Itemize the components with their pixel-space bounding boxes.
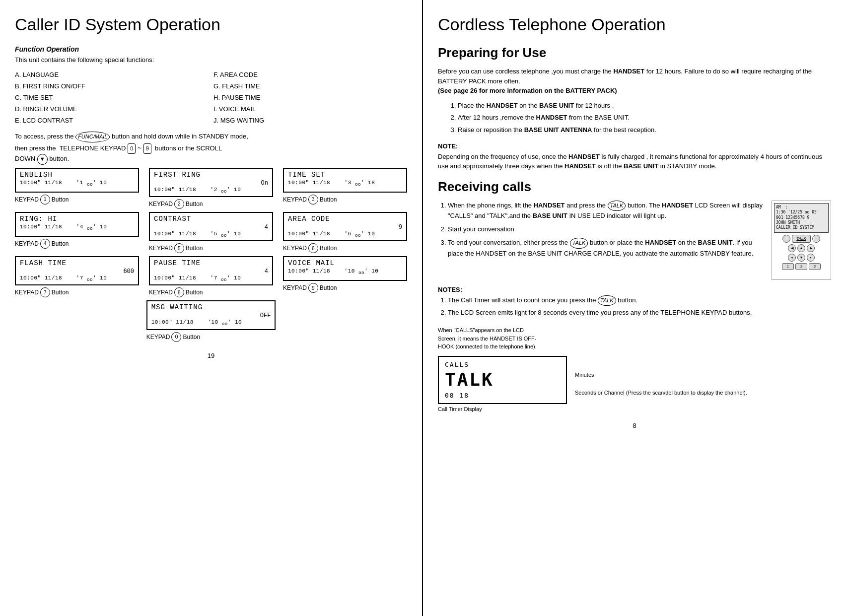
screen-line4: JOHN SMITH	[776, 220, 827, 225]
keypad-circle-3: 3	[308, 195, 318, 205]
lcd-display-1-line2: 10:00" 11/18 '1 oo' 10	[20, 180, 134, 187]
lcd-section-1: ENBLISH 10:00" 11/18 '1 oo' 10 KEYPAD 1 …	[15, 168, 407, 342]
keypad-circle-4: 4	[40, 239, 50, 249]
func-b: B. FIRST RING ON/OFF	[15, 81, 209, 91]
lcd-display-5-val: 4	[154, 224, 268, 231]
lcd-display-7-val: 600	[20, 268, 134, 275]
lcd-display-2-line2: 10:00" 11/18 '2 oo' 10	[154, 187, 268, 194]
notes-title: NOTES:	[438, 286, 831, 293]
lcd-item-5: CONTRAST 4 10:00" 11/18 '5 oo' 10 KEYPAD…	[149, 212, 273, 253]
call-timer-left: When "CALLS"appears on the LCD Screen, i…	[438, 326, 747, 412]
keypad-circle-7: 7	[40, 287, 50, 297]
screen-line1: AM :	[776, 205, 827, 210]
lcd-item-0: MSG WAITING OFF 10:00" 11/18 '10 oo' 10 …	[146, 300, 276, 342]
phone-btn-left1	[782, 235, 790, 243]
lcd-display-4-line2: 10:00" 11/18 '4 oo' 10	[20, 224, 134, 231]
screen-line3: 001 12345678 9	[776, 215, 827, 220]
lcd-row-1: ENBLISH 10:00" 11/18 '1 oo' 10 KEYPAD 1 …	[15, 168, 407, 209]
battery-pack-bold: (See page 26 for more information on the…	[438, 87, 617, 94]
lcd-display-3-line1: TIME SET	[288, 171, 402, 179]
lcd-display-0-line2: 10:00" 11/18 '10 oo' 10	[151, 319, 271, 327]
keypad-9-badge: 9	[143, 143, 151, 154]
lcd-box-0: MSG WAITING OFF 10:00" 11/18 '10 oo' 10	[146, 300, 276, 330]
lcd-row-4: MSG WAITING OFF 10:00" 11/18 '10 oo' 10 …	[15, 300, 407, 342]
lcd-label-3: KEYPAD 3 Button	[283, 195, 407, 205]
phone-btn-right1	[812, 235, 820, 243]
left-page-number: 19	[15, 352, 407, 359]
calls-label: CALLS	[445, 361, 560, 368]
func-mail-badge: FUNC/MAIL	[75, 132, 110, 142]
lcd-label-4: KEYPAD 4 Button	[15, 239, 139, 249]
note-2: The LCD Screen emits light for 8 seconds…	[448, 308, 831, 318]
lcd-display-8-val: 4	[154, 268, 268, 275]
func-d: D. RINGER VOLUME	[15, 104, 209, 114]
phone-nav-buttons: ◀ ▲ ▶	[774, 244, 829, 252]
lcd-item-3: TIME SET 10:00" 11/18 '3 oo' 18 KEYPAD 3…	[283, 168, 407, 205]
left-title: Caller ID System Operation	[15, 15, 407, 34]
preparing-title: Preparing for Use	[438, 45, 831, 61]
talk-badge-2: TALK	[570, 238, 588, 249]
timer-numbers: 08 18	[445, 392, 560, 399]
func-h: H. PAUSE TIME	[213, 92, 407, 103]
timer-display-row: CALLS TALK 08 18 Call Timer Display Minu…	[438, 356, 747, 412]
keypad-circle-1: 1	[40, 195, 50, 205]
preparing-step-1: Place the HANDSET on the BASE UNIT for 1…	[458, 101, 831, 111]
phone-top-buttons: TALK	[774, 235, 829, 243]
lcd-item-7: FLASH TIME 600 10:00" 11/18 '7 oo' 10 KE…	[15, 256, 139, 297]
preparing-step-3: Raise or reposition the BASE UNIT ANTENN…	[458, 125, 831, 136]
lcd-display-6-val: 9	[288, 224, 402, 231]
keypad-circle-9: 9	[308, 283, 318, 293]
keypad-circle-5: 5	[174, 243, 184, 253]
call-timer-section: When "CALLS"appears on the LCD Screen, i…	[438, 326, 831, 412]
phone-nav-r: ▶	[807, 244, 815, 252]
offhook-annotation: When "CALLS"appears on the LCD Screen, i…	[438, 326, 537, 351]
seconds-annotation: Seconds or Channel (Press the scan/del b…	[575, 389, 747, 397]
phone-numpad-row1: 1 2 3	[774, 263, 829, 270]
timer-annotations: Minutes Seconds or Channel (Press the sc…	[575, 356, 747, 397]
receiving-step-3: To end your conversation, either press t…	[448, 238, 764, 259]
lcd-item-8: PAUSE TIME 4 10:00" 11/18 '7 oo' 10 KEYP…	[149, 256, 273, 297]
lcd-display-4-line1: RING: HI	[20, 215, 134, 223]
phone-nav-dn: ▼	[797, 254, 805, 262]
note-section: NOTE: Depending on the frequency of use,…	[438, 142, 831, 171]
lcd-label-0: KEYPAD 0 Button	[146, 332, 276, 342]
receiving-step-2: Start your conversation	[448, 224, 764, 235]
phone-num-2: 2	[795, 263, 807, 270]
right-panel: Cordless Telephone Operation Preparing f…	[423, 0, 846, 616]
offhook-text: When "CALLS"appears on the LCD Screen, i…	[438, 326, 537, 351]
left-panel: Caller ID System Operation Function Oper…	[0, 0, 423, 616]
func-i: I. VOICE MAIL	[213, 104, 407, 114]
talk-badge-1: TALK	[608, 201, 626, 211]
preparing-step-2: After 12 hours ,remove the HANDSET from …	[458, 113, 831, 123]
lcd-display-9-line2: 10:00" 11/18 '10 oo' 10	[288, 268, 402, 275]
lcd-display-8-line1: PAUSE TIME	[154, 259, 268, 267]
lcd-display-7-line1: FLASH TIME	[20, 259, 134, 267]
lcd-box-2: FIRST RING On 10:00" 11/18 '2 oo' 10	[149, 168, 273, 197]
access-text: To access, press the FUNC/MAIL button an…	[15, 132, 407, 165]
func-f: F. AREA CODE	[213, 69, 407, 80]
lcd-box-1: ENBLISH 10:00" 11/18 '1 oo' 10	[15, 168, 139, 193]
phone-nav-l: ◀	[788, 244, 796, 252]
preparing-text: Before you can use cordless telephone ,y…	[438, 67, 831, 96]
intro-text: This unit contains the following special…	[15, 56, 407, 64]
keypad-circle-2: 2	[174, 199, 184, 209]
lcd-label-6: KEYPAD 6 Button	[283, 243, 407, 253]
lcd-display-0-val: OFF	[151, 312, 271, 319]
lcd-box-8: PAUSE TIME 4 10:00" 11/18 '7 oo' 10	[149, 256, 273, 285]
phone-num-3: 3	[809, 263, 821, 270]
receiving-steps: When the phone rings, lift the HANDSET a…	[438, 201, 764, 259]
seconds-label: Seconds or Channel (Press the scan/del b…	[575, 389, 747, 397]
lcd-label-7: KEYPAD 7 Button	[15, 287, 139, 297]
lcd-label-1: KEYPAD 1 Button	[15, 195, 139, 205]
lcd-row-3: FLASH TIME 600 10:00" 11/18 '7 oo' 10 KE…	[15, 256, 407, 297]
phone-nav-dl: ◂	[788, 254, 796, 262]
func-c: C. TIME SET	[15, 92, 209, 103]
receiving-step-1: When the phone rings, lift the HANDSET a…	[448, 201, 764, 221]
minutes-annotation: Minutes	[575, 371, 747, 379]
phone-nav-up: ▲	[797, 244, 805, 252]
func-j: J. MSG WAITING	[213, 115, 407, 126]
note-title: NOTE:	[438, 142, 831, 150]
call-timer-box: CALLS TALK 08 18	[438, 356, 567, 404]
lcd-item-6: AREA CODE 9 10:00" 11/18 '6 oo' 10 KEYPA…	[283, 212, 407, 253]
lcd-display-2-line1: FIRST RING	[154, 171, 268, 179]
